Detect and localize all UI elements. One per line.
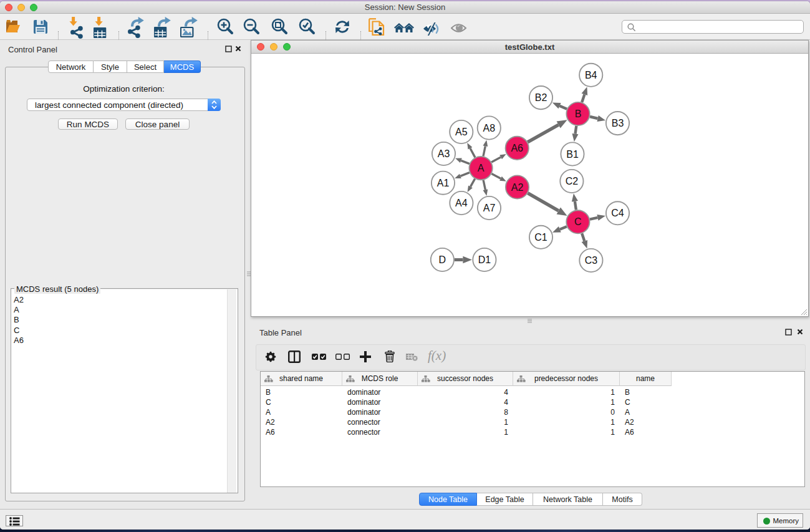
svg-text:A3: A3 <box>438 148 450 159</box>
svg-text:A2: A2 <box>511 182 524 193</box>
svg-text:B3: B3 <box>612 118 624 128</box>
svg-text:C3: C3 <box>585 255 598 266</box>
svg-text:B: B <box>575 109 582 119</box>
svg-text:A6: A6 <box>511 143 523 153</box>
svg-text:C2: C2 <box>566 176 579 186</box>
svg-text:B1: B1 <box>566 149 579 160</box>
svg-text:D: D <box>439 254 446 265</box>
svg-text:A7: A7 <box>483 203 496 213</box>
svg-text:B2: B2 <box>535 92 547 103</box>
svg-text:A8: A8 <box>483 123 496 133</box>
svg-text:D1: D1 <box>478 254 491 265</box>
svg-text:A5: A5 <box>455 127 468 137</box>
svg-text:A4: A4 <box>455 198 468 208</box>
svg-text:C4: C4 <box>611 208 624 218</box>
svg-text:C: C <box>574 216 582 227</box>
svg-text:A1: A1 <box>437 178 450 188</box>
svg-text:C1: C1 <box>534 232 547 243</box>
svg-text:A: A <box>478 163 485 173</box>
svg-text:B4: B4 <box>585 70 597 80</box>
